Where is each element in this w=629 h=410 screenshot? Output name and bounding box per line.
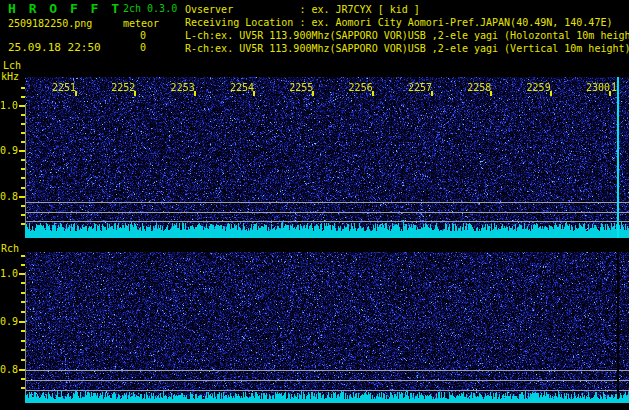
freq-minor-tick-icon bbox=[21, 387, 25, 389]
freq-minor-tick-icon bbox=[21, 264, 25, 266]
freq-minor-tick-icon bbox=[21, 214, 25, 216]
freq-minor-tick-icon bbox=[21, 205, 25, 207]
echo-count-bottom: 0 bbox=[140, 42, 146, 54]
freq-minor-tick-icon bbox=[21, 349, 25, 351]
lch-rig-line: L-ch:ex. UV5R 113.900Mhz(SAPPORO VOR)USB… bbox=[185, 29, 629, 42]
freq-major-tick-icon bbox=[19, 369, 25, 371]
datetime-label: 25.09.18 22:50 bbox=[8, 42, 101, 54]
observer-line: Ovserver : ex. JR7CYX [ kid ] bbox=[185, 3, 629, 16]
location-line: Receiving Location : ex. Aomori City Aom… bbox=[185, 16, 629, 29]
freq-minor-tick-icon bbox=[21, 301, 25, 303]
minute-tick-icon bbox=[134, 91, 136, 96]
minute-tick-icon bbox=[312, 91, 314, 96]
time-label-partial: 1 bbox=[611, 82, 617, 93]
freq-minor-tick-icon bbox=[21, 159, 25, 161]
freq-minor-tick-icon bbox=[21, 177, 25, 179]
station-info: Ovserver : ex. JR7CYX [ kid ] Receiving … bbox=[185, 3, 629, 55]
hrofft-window: H R O F F T 2ch 0.3.0 2509182250.png met… bbox=[0, 0, 629, 410]
freq-minor-tick-icon bbox=[21, 292, 25, 294]
echo-count-top: 0 bbox=[140, 30, 146, 42]
freq-minor-tick-icon bbox=[21, 168, 25, 170]
freq-minor-tick-icon bbox=[21, 96, 25, 98]
time-label: 2253 bbox=[171, 82, 195, 93]
time-label: 2254 bbox=[230, 82, 254, 93]
minute-tick-icon bbox=[372, 91, 374, 96]
freq-major-tick-icon bbox=[19, 196, 25, 198]
time-label: 2259 bbox=[527, 82, 551, 93]
rch-rig-line: R-ch:ex. UV5R 113.900Mhz(SAPPORO VOR)USB… bbox=[185, 42, 629, 55]
rch-label: Rch bbox=[1, 243, 19, 255]
freq-minor-tick-icon bbox=[21, 87, 25, 89]
minute-tick-icon bbox=[550, 91, 552, 96]
freq-minor-tick-icon bbox=[21, 255, 25, 257]
lch-spectrogram bbox=[25, 77, 629, 238]
freq-tick-label: 1.0 bbox=[0, 269, 18, 279]
time-label: 2251 bbox=[52, 82, 76, 93]
freq-tick-label: 0.8 bbox=[0, 365, 18, 375]
app-version: 2ch 0.3.0 bbox=[123, 3, 177, 15]
freq-minor-tick-icon bbox=[21, 282, 25, 284]
minute-tick-icon bbox=[194, 91, 196, 96]
mode-label: meteor bbox=[123, 18, 159, 30]
minute-tick-icon bbox=[490, 91, 492, 96]
freq-tick-label: 1.0 bbox=[0, 101, 18, 111]
time-label: 2300 bbox=[586, 82, 610, 93]
freq-tick-label: 0.8 bbox=[0, 192, 18, 202]
freq-minor-tick-icon bbox=[21, 223, 25, 225]
output-filename: 2509182250.png bbox=[8, 18, 92, 30]
freq-minor-tick-icon bbox=[21, 311, 25, 313]
freq-minor-tick-icon bbox=[21, 330, 25, 332]
freq-minor-tick-icon bbox=[21, 114, 25, 116]
minute-tick-icon bbox=[431, 91, 433, 96]
time-label: 2258 bbox=[467, 82, 491, 93]
time-label: 2257 bbox=[408, 82, 432, 93]
freq-major-tick-icon bbox=[19, 273, 25, 275]
freq-major-tick-icon bbox=[19, 105, 25, 107]
minute-tick-icon bbox=[253, 91, 255, 96]
time-label: 2255 bbox=[289, 82, 313, 93]
khz-unit-label: kHz bbox=[1, 71, 19, 83]
freq-minor-tick-icon bbox=[21, 187, 25, 189]
freq-major-tick-icon bbox=[19, 321, 25, 323]
app-title: H R O F F T bbox=[8, 2, 122, 16]
freq-major-tick-icon bbox=[19, 150, 25, 152]
time-label: 2252 bbox=[111, 82, 135, 93]
freq-minor-tick-icon bbox=[21, 340, 25, 342]
freq-minor-tick-icon bbox=[21, 359, 25, 361]
minute-tick-icon bbox=[75, 91, 77, 96]
freq-tick-label: 0.9 bbox=[0, 146, 18, 156]
freq-tick-label: 0.9 bbox=[0, 317, 18, 327]
freq-minor-tick-icon bbox=[21, 378, 25, 380]
freq-minor-tick-icon bbox=[21, 132, 25, 134]
rch-spectrogram bbox=[25, 252, 629, 403]
freq-minor-tick-icon bbox=[21, 141, 25, 143]
freq-minor-tick-icon bbox=[21, 123, 25, 125]
time-label: 2256 bbox=[349, 82, 373, 93]
